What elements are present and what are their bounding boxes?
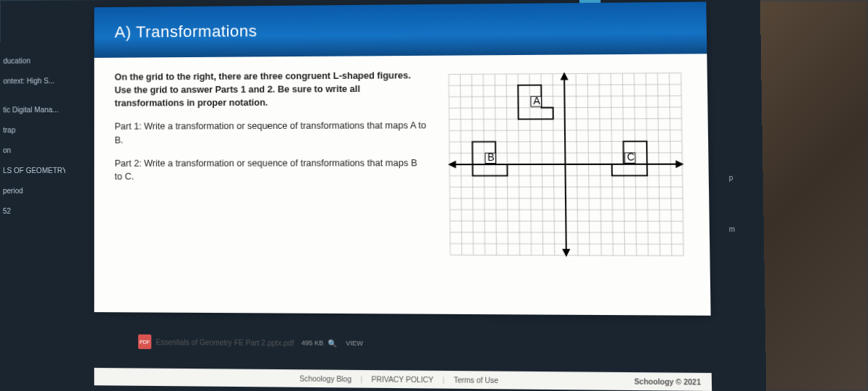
sidebar-item[interactable]: ducation — [0, 51, 65, 71]
svg-marker-42 — [561, 74, 567, 80]
shape-label-c: C — [627, 152, 635, 163]
sidebar-item[interactable]: LS OF GEOMETRY — [0, 161, 65, 181]
svg-marker-41 — [449, 161, 455, 167]
attachment-size: 495 KB — [302, 339, 324, 346]
part1-text: Part 1: Write a transformation or sequen… — [114, 119, 427, 146]
footer-copyright: Schoology © 2021 — [634, 377, 701, 386]
svg-marker-43 — [563, 250, 569, 256]
sidebar-item[interactable] — [0, 91, 65, 100]
sidebar-item[interactable]: 52 — [0, 201, 65, 222]
slide-title: A) Transformations — [94, 2, 707, 58]
left-sidebar: ducation ontext: High S... tic Digital M… — [0, 51, 65, 222]
edge-labels: p m — [729, 130, 735, 277]
slide-card: A) Transformations On the grid to the ri… — [94, 2, 710, 316]
footer-link[interactable]: PRIVACY POLICY — [371, 375, 433, 384]
pdf-icon: PDF — [138, 335, 151, 349]
monitor-screen: 2 ducation ontext: High S... tic Digital… — [0, 0, 767, 391]
shape-label-b: B — [488, 152, 495, 163]
shape-label-a: A — [533, 96, 541, 106]
text-column: On the grid to the right, there are thre… — [114, 69, 427, 261]
attachment-view-link[interactable]: VIEW — [346, 340, 363, 347]
sidebar-item[interactable]: tic Digital Mana... — [0, 100, 65, 120]
intro-text: On the grid to the right, there are thre… — [114, 69, 426, 110]
svg-marker-40 — [676, 161, 682, 167]
sidebar-item[interactable]: on — [0, 140, 65, 161]
separator: | — [360, 375, 362, 383]
footer-link[interactable]: Schoology Blog — [299, 374, 352, 383]
separator: | — [443, 376, 445, 384]
coordinate-grid: A B C — [440, 67, 693, 261]
attachment-name: Essentials of Geometry FE Part 2.pptx.pd… — [156, 338, 294, 348]
sidebar-item[interactable]: ontext: High S... — [0, 71, 65, 91]
slide-body: On the grid to the right, there are thre… — [94, 54, 710, 269]
grid-svg: A B C — [440, 67, 693, 261]
sidebar-item[interactable]: trap — [0, 120, 65, 140]
attachment-row[interactable]: PDF Essentials of Geometry FE Part 2.ppt… — [138, 335, 363, 351]
sidebar-item[interactable]: period — [0, 181, 65, 201]
page-footer: Schoology Blog | PRIVACY POLICY | Terms … — [94, 368, 712, 391]
part2-text: Part 2: Write a transformation or sequen… — [114, 156, 427, 183]
search-icon: 🔍 — [328, 339, 336, 347]
footer-link[interactable]: Terms of Use — [454, 376, 498, 384]
